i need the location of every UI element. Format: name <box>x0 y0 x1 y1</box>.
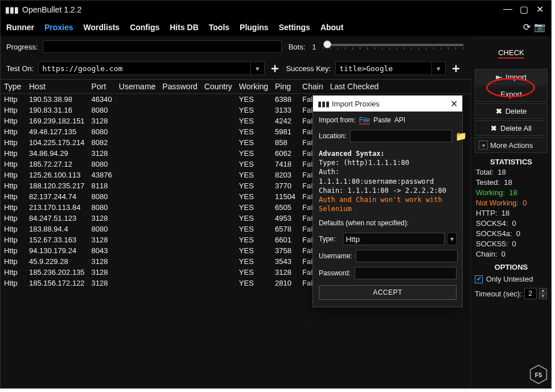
menu-configs[interactable]: Configs <box>130 23 159 32</box>
timeout-down[interactable]: ▼ <box>539 294 547 299</box>
only-untested-checkbox[interactable]: ✔ <box>475 275 483 283</box>
menu-about[interactable]: About <box>320 23 343 32</box>
stat-total: Total: 18 <box>476 168 548 176</box>
password-input[interactable] <box>355 267 457 279</box>
add-key-button[interactable]: ＋ <box>448 60 464 77</box>
titlebar: ▮▮▮ OpenBullet 1.2.2 — ▢ ✕ <box>1 1 551 19</box>
browse-folder-icon[interactable]: 📁 <box>455 131 467 142</box>
chevron-down-icon: ▾ <box>479 141 488 150</box>
more-actions-dropdown[interactable]: ▾ More Actions <box>475 137 548 153</box>
svg-text:F5: F5 <box>535 372 542 378</box>
progress-label: Progress: <box>6 43 38 51</box>
menu-hitsdb[interactable]: Hits DB <box>170 23 199 32</box>
menu-plugins[interactable]: Plugins <box>240 23 269 32</box>
type-select[interactable] <box>343 233 445 245</box>
test-on-input[interactable] <box>38 61 251 75</box>
col-working[interactable]: Working <box>236 80 272 94</box>
bots-label: Bots: <box>289 43 306 51</box>
password-label: Password: <box>319 269 351 277</box>
export-button[interactable]: Export <box>475 86 548 102</box>
stat-chain: Chain: 0 <box>476 250 548 258</box>
menu-wordlists[interactable]: Wordlists <box>84 23 120 32</box>
import-proxies-dialog: ▮▮▮ Import Proxies ✕ Import from: File P… <box>313 95 463 307</box>
col-host[interactable]: Host <box>26 80 88 94</box>
progress-bar <box>43 40 282 53</box>
import-from-label: Import from: <box>319 116 356 124</box>
minimize-button[interactable]: — <box>501 4 515 15</box>
import-button[interactable]: ⇤ Import <box>475 69 548 85</box>
add-test-button[interactable]: ＋ <box>267 60 283 77</box>
stat-working: Working: 18 <box>476 188 548 197</box>
col-country[interactable]: Country <box>201 80 236 94</box>
f5-badge: F5 <box>528 364 549 385</box>
bots-slider[interactable] <box>321 38 466 56</box>
dialog-close-button[interactable]: ✕ <box>450 98 458 109</box>
app-logo: ▮▮▮ <box>5 5 19 14</box>
delete-button[interactable]: ✖ Delete <box>475 103 548 119</box>
stat-socks5: SOCKS5: 0 <box>476 240 548 248</box>
tab-paste[interactable]: Paste <box>373 116 391 124</box>
stat-tested: Tested: 18 <box>476 178 548 187</box>
type-label: Type: <box>319 235 339 243</box>
tab-api[interactable]: API <box>394 116 405 124</box>
col-last-checked[interactable]: Last Checked <box>327 80 471 94</box>
success-key-dropdown[interactable]: ▾ <box>432 61 446 75</box>
timeout-up[interactable]: ▲ <box>539 288 547 294</box>
defaults-label: Defaults (when not specified): <box>319 219 457 227</box>
username-input[interactable] <box>356 250 458 262</box>
camera-icon[interactable]: 📷 <box>534 22 545 32</box>
col-password[interactable]: Password <box>159 80 200 94</box>
stat-http: HTTP: 18 <box>476 209 548 217</box>
col-port[interactable]: Port <box>88 80 116 94</box>
advanced-syntax: Advanced Syntax: Type: (http)1.1.1.1:80 … <box>319 149 457 213</box>
menu-tools[interactable]: Tools <box>209 23 229 32</box>
delete-all-button[interactable]: ✖ Delete All <box>475 120 548 136</box>
menu-runner[interactable]: Runner <box>6 23 34 32</box>
col-username[interactable]: Username <box>116 80 159 94</box>
stat-socks4a: SOCKS4a: 0 <box>476 229 548 238</box>
tab-file[interactable]: File <box>359 116 370 124</box>
close-button[interactable]: ✕ <box>533 4 546 15</box>
import-icon: ⇤ <box>496 73 502 81</box>
history-icon[interactable]: ⟳ <box>523 22 531 32</box>
side-panel: CHECK ⇤ Import Export ✖ Delete ✖ Delete … <box>471 36 551 388</box>
dialog-logo: ▮▮▮ <box>318 100 330 108</box>
dialog-title: Import Proxies <box>332 100 380 108</box>
bots-value: 1 <box>312 43 316 51</box>
options-header: OPTIONS <box>475 263 548 271</box>
menu-proxies[interactable]: Proxies <box>44 23 73 32</box>
location-input[interactable] <box>350 130 452 142</box>
col-chain[interactable]: Chain <box>299 80 327 94</box>
delete-icon: ✖ <box>496 107 502 115</box>
col-ping[interactable]: Ping <box>272 80 299 94</box>
test-on-dropdown[interactable]: ▾ <box>251 61 265 75</box>
menu-settings[interactable]: Settings <box>279 23 310 32</box>
statistics-header: STATISTICS <box>475 158 548 166</box>
timeout-label: Timeout (sec): <box>475 290 522 298</box>
only-untested-row[interactable]: ✔ Only Untested <box>475 275 548 283</box>
username-label: Username: <box>319 252 352 260</box>
stat-socks4: SOCKS4: 0 <box>476 219 548 228</box>
timeout-input[interactable] <box>524 288 537 299</box>
delete-all-icon: ✖ <box>491 124 497 133</box>
menubar: Runner Proxies Wordlists Configs Hits DB… <box>1 19 551 36</box>
stat-not-working: Not Working: 0 <box>476 199 548 207</box>
location-label: Location: <box>319 132 347 140</box>
success-key-label: Success Key: <box>286 64 331 73</box>
check-button[interactable]: CHECK <box>475 38 548 67</box>
success-key-input[interactable] <box>335 61 432 75</box>
maximize-button[interactable]: ▢ <box>517 4 531 15</box>
accept-button[interactable]: ACCEPT <box>319 285 457 300</box>
type-dropdown-arrow[interactable]: ▾ <box>448 233 457 245</box>
app-title: OpenBullet 1.2.2 <box>22 5 81 14</box>
col-type[interactable]: Type <box>1 80 26 94</box>
test-on-label: Test On: <box>6 64 34 73</box>
